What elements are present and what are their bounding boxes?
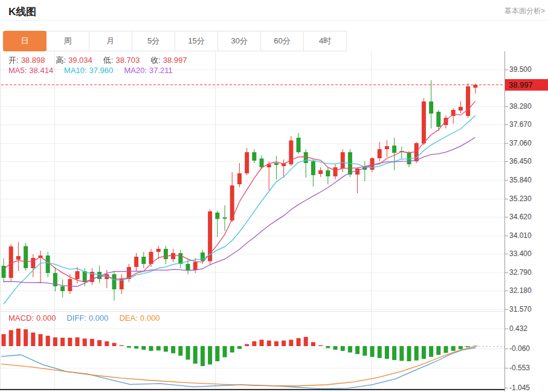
ma-overlay-row: MA5:38.414MA10:37.960MA20:37.211 [8, 66, 184, 75]
overlay-label: 高: [56, 56, 66, 65]
price-tick-label: 35.230 [509, 194, 532, 203]
macd-row-item-2: DEA:0.000 [119, 313, 162, 323]
price-tick-label-dash [505, 180, 508, 181]
overlay-value: 38.997 [163, 56, 187, 65]
macd-tick-label: -1.045 [509, 384, 530, 392]
price-tick-label-dash [505, 199, 508, 199]
price-tick-label-dash [505, 236, 508, 236]
macd-tick-label: -0.553 [509, 364, 530, 372]
price-tick-label-dash [505, 254, 508, 254]
ma-row-item-1: MA10:37.960 [64, 66, 115, 75]
macd-row-item-1: DIFF:0.000 [66, 313, 111, 323]
macd-overlay-row: MACD:0.000DIFF:0.000DEA:0.000 [8, 313, 170, 323]
tab-30分[interactable]: 30分 [218, 31, 261, 51]
overlay-value: 38.898 [21, 56, 45, 65]
tab-5分[interactable]: 5分 [132, 31, 175, 51]
price-tick-label: 35.840 [509, 176, 532, 184]
macd-tick-label: -0.060 [509, 344, 530, 353]
tab-60分[interactable]: 60分 [260, 31, 304, 51]
ohlc-row-item-3: 收:38.997 [150, 55, 189, 66]
overlay-label: MA20: [124, 66, 147, 75]
price-tick-label: 32.790 [509, 268, 532, 277]
kline-page: K线图 基本面分析> 日周月5分15分30分60分4时 开:38.898高:39… [0, 0, 548, 392]
kline-chart [0, 51, 504, 391]
interval-tab-bar: 日周月5分15分30分60分4时 [3, 31, 347, 51]
price-tick-label: 34.010 [509, 231, 532, 240]
price-tick-label: 33.400 [509, 249, 532, 258]
overlay-label: DIFF: [66, 313, 86, 323]
overlay-label: MACD: [8, 313, 34, 323]
price-axis: 39.50038.89038.28037.67037.06036.45035.8… [504, 51, 548, 391]
overlay-value: 0.000 [36, 313, 56, 323]
overlay-value: 37.960 [89, 66, 114, 75]
price-tick-label-dash [505, 272, 508, 273]
price-tick-label-dash [505, 309, 508, 310]
tab-周[interactable]: 周 [46, 31, 89, 51]
price-tick-label: 39.500 [509, 65, 532, 74]
overlay-value: 38.414 [29, 66, 53, 75]
overlay-label: MA10: [64, 66, 87, 75]
overlay-value: 0.000 [89, 313, 109, 323]
tab-15分[interactable]: 15分 [175, 31, 218, 51]
overlay-value: 0.000 [140, 313, 160, 323]
kline-canvas[interactable] [0, 51, 504, 391]
ohlc-row-item-2: 低:38.703 [103, 55, 142, 66]
macd-tick-label: 0.432 [509, 324, 527, 333]
price-tick-label: 31.570 [509, 305, 532, 313]
price-tick-label: 36.450 [509, 157, 532, 165]
tab-4时[interactable]: 4时 [303, 31, 347, 51]
price-tick-label: 37.670 [509, 120, 532, 129]
price-tick-label: 32.180 [509, 286, 532, 295]
price-tick-label-dash [505, 69, 508, 70]
header: K线图 基本面分析> [0, 0, 548, 21]
macd-row-item-0: MACD:0.000 [8, 313, 58, 323]
overlay-label: 开: [8, 56, 19, 65]
overlay-label: DEA: [119, 313, 137, 323]
price-tick-label-dash [505, 291, 508, 291]
ma-row-item-2: MA20:37.211 [124, 66, 175, 75]
price-tick-label-dash [505, 161, 508, 162]
ohlc-row-item-0: 开:38.898 [8, 55, 47, 66]
overlay-value: 37.211 [149, 66, 173, 75]
macd-tick-label-dash [505, 329, 508, 329]
macd-tick-label-dash [505, 388, 508, 388]
fundamental-analysis-link[interactable]: 基本面分析> [504, 6, 545, 16]
overlay-value: 39.034 [68, 56, 92, 65]
price-tick-label-dash [505, 217, 508, 217]
tab-日[interactable]: 日 [3, 31, 47, 51]
overlay-label: 低: [103, 56, 114, 65]
last-price-tag: 38.997 [505, 79, 548, 91]
overlay-label: 收: [150, 56, 161, 65]
overlay-value: 38.703 [115, 56, 140, 65]
ohlc-row-item-1: 高:39.034 [56, 55, 94, 66]
ma-row-item-0: MA5:38.414 [8, 66, 56, 75]
page-title: K线图 [8, 5, 36, 19]
price-tick-label: 37.060 [509, 139, 532, 147]
price-tick-label: 38.280 [509, 102, 532, 111]
price-tick-label-dash [505, 143, 508, 144]
overlay-label: MA5: [8, 66, 27, 75]
ohlc-overlay-row: 开:38.898高:39.034低:38.703收:38.997 [8, 55, 198, 66]
price-tick-label-dash [505, 106, 508, 107]
price-tick-label: 34.620 [509, 213, 532, 221]
macd-tick-label-dash [505, 368, 508, 368]
price-tick-label-dash [505, 124, 508, 125]
macd-tick-label-dash [505, 349, 508, 349]
tab-月[interactable]: 月 [89, 31, 132, 51]
